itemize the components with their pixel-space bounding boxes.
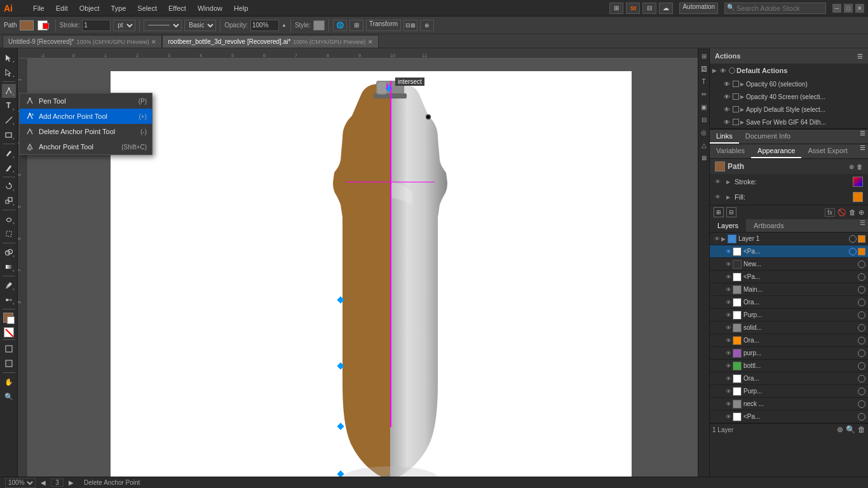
layer-item-11[interactable]: 👁 Purp...: [710, 385, 868, 398]
opacity-arrow-up[interactable]: ▲: [281, 22, 287, 28]
automation-dropdown[interactable]: Automation: [679, 3, 718, 14]
layer-circle-4[interactable]: [858, 299, 865, 306]
shape-builder-tool[interactable]: ▾: [2, 245, 16, 259]
fill-swatch[interactable]: [20, 20, 34, 30]
free-transform-tool[interactable]: [2, 227, 16, 241]
layer-item-7[interactable]: 👁 Ora...: [710, 334, 868, 347]
appearance-menu-icon[interactable]: ☰: [860, 144, 865, 158]
tab-asset-export[interactable]: Asset Export: [801, 144, 853, 158]
new-art-icon[interactable]: ⊕: [849, 163, 854, 170]
blend-tool[interactable]: ▾: [2, 293, 16, 307]
layer-circle-6[interactable]: [858, 324, 865, 332]
add-anchor-menu-item[interactable]: + Add Anchor Point Tool (+): [20, 109, 152, 124]
appearance-trash-icon[interactable]: 🗑: [849, 208, 856, 216]
nav-next[interactable]: ▶: [69, 479, 74, 486]
layer-circle-1[interactable]: [858, 261, 865, 268]
cloud-icon[interactable]: ☁: [659, 3, 673, 14]
eyedropper-tool[interactable]: ▾: [2, 278, 16, 292]
layer-item-8[interactable]: 👁 purp...: [710, 347, 868, 360]
style-swatch[interactable]: [313, 20, 325, 30]
grid-icon[interactable]: ⊟: [642, 3, 656, 14]
pen-tool-menu-item[interactable]: Pen Tool (P): [20, 93, 152, 109]
tab-close-1[interactable]: ✕: [151, 39, 156, 45]
artboard-tool[interactable]: [2, 356, 16, 370]
layer-item-13[interactable]: 👁 <Pa...: [710, 410, 868, 423]
scale-tool[interactable]: ▾: [2, 194, 16, 208]
pencil-tool[interactable]: ▾: [2, 161, 16, 175]
appearance-layer-icon[interactable]: ⊞: [714, 207, 724, 217]
anchor-point-menu-item[interactable]: Anchor Point Tool (Shift+C): [20, 139, 152, 154]
appearance-stroke-row[interactable]: 👁 ▶ Stroke:: [710, 174, 868, 189]
links-menu-icon[interactable]: ☰: [860, 130, 865, 144]
close-button[interactable]: ✕: [855, 4, 864, 13]
menu-help[interactable]: Help: [229, 3, 254, 13]
layer-eye-3[interactable]: 👁: [724, 287, 733, 293]
shape-tool[interactable]: ▾: [2, 128, 16, 142]
zoom-select[interactable]: 100%: [5, 478, 36, 488]
layer-item-0[interactable]: 👁 <Pa...: [710, 245, 868, 258]
fill-color[interactable]: [2, 313, 16, 327]
warp-tool[interactable]: ▾: [2, 212, 16, 226]
zoom-tool[interactable]: 🔍: [2, 390, 16, 403]
minimize-button[interactable]: ─: [832, 4, 841, 13]
tab-close-2[interactable]: ✕: [368, 39, 373, 45]
layer-item-4[interactable]: 👁 Ora...: [710, 296, 868, 309]
panel-icon-brush[interactable]: ✏: [699, 89, 709, 99]
layer-eye-1[interactable]: 👁: [724, 261, 733, 268]
stroke-unit-select[interactable]: pt: [113, 20, 135, 31]
stock-icon[interactable]: St: [626, 3, 640, 14]
layer-target-0[interactable]: [858, 248, 865, 255]
appearance-add-icon[interactable]: 🚫: [837, 208, 846, 217]
layer-item-1[interactable]: 👁 New...: [710, 258, 868, 271]
menu-file[interactable]: File: [28, 3, 50, 13]
menu-type[interactable]: Type: [106, 3, 132, 13]
layer-eye-10[interactable]: 👁: [724, 376, 733, 382]
layer-item-2[interactable]: 👁 <Pa...: [710, 271, 868, 283]
tab-variables[interactable]: Variables: [710, 144, 751, 158]
actions-menu-icon[interactable]: ☰: [857, 53, 863, 60]
tab-artboards[interactable]: Artboards: [746, 219, 792, 232]
layer1-row[interactable]: 👁 ▶ Layer 1: [710, 233, 868, 245]
layer-item-3[interactable]: 👁 Main...: [710, 283, 868, 296]
tab-untitled[interactable]: Untitled-9 [Recovered]* 100% (CMYK/GPU P…: [3, 35, 162, 48]
layer-eye-5[interactable]: 👁: [724, 312, 733, 318]
tab-layers[interactable]: Layers: [710, 219, 746, 232]
pathfinder-icon[interactable]: ⊕: [420, 20, 434, 31]
menu-effect[interactable]: Effect: [163, 3, 191, 13]
type-tool[interactable]: T ▾: [2, 98, 16, 112]
menu-edit[interactable]: Edit: [51, 3, 73, 13]
tab-links[interactable]: Links: [710, 130, 739, 144]
layer-circle-13[interactable]: [858, 413, 865, 421]
transform-options-icon[interactable]: ⊞: [349, 20, 363, 31]
layer1-visibility[interactable]: [849, 235, 857, 243]
layer-circle-7[interactable]: [858, 337, 865, 344]
layer-circle-2[interactable]: [858, 273, 865, 281]
rotate-tool[interactable]: ▾: [2, 179, 16, 193]
layer-item-9[interactable]: 👁 bottl...: [710, 360, 868, 372]
panel-icon-stroke[interactable]: ◎: [699, 127, 709, 137]
layer-item-5[interactable]: 👁 Purp...: [710, 309, 868, 322]
line-tool[interactable]: ▾: [2, 113, 16, 127]
action-row-3[interactable]: 👁 ▶ Apply Default Style (select...: [710, 103, 868, 116]
appearance-copy-icon[interactable]: ⊕: [858, 208, 864, 217]
panel-icon-type[interactable]: T: [699, 76, 709, 86]
globe-icon[interactable]: 🌐: [333, 20, 347, 31]
pen-tool[interactable]: ▾: [2, 84, 16, 98]
fill-color-swatch[interactable]: [853, 192, 863, 202]
trash-icon[interactable]: 🗑: [857, 163, 863, 170]
layer-circle-11[interactable]: [858, 388, 865, 395]
layer-eye-2[interactable]: 👁: [724, 274, 733, 280]
move-layer-up-icon[interactable]: 🔍: [846, 425, 855, 434]
stroke-color-swatch[interactable]: [853, 177, 863, 187]
hand-tool[interactable]: ✋: [2, 375, 16, 389]
layer-circle-0[interactable]: [849, 248, 857, 255]
layer-circle-5[interactable]: [858, 311, 865, 319]
fx-label[interactable]: fx: [825, 208, 835, 217]
layer-item-10[interactable]: 👁 Ora...: [710, 372, 868, 385]
layer-item-12[interactable]: 👁 neck ...: [710, 398, 868, 410]
menu-select[interactable]: Select: [132, 3, 162, 13]
transform-label[interactable]: Transform: [366, 20, 401, 31]
maximize-button[interactable]: □: [844, 4, 853, 13]
action-row-2[interactable]: 👁 ▶ Opacity 40 Screen (selecti...: [710, 90, 868, 103]
layer1-arrow[interactable]: ▶: [721, 236, 728, 242]
